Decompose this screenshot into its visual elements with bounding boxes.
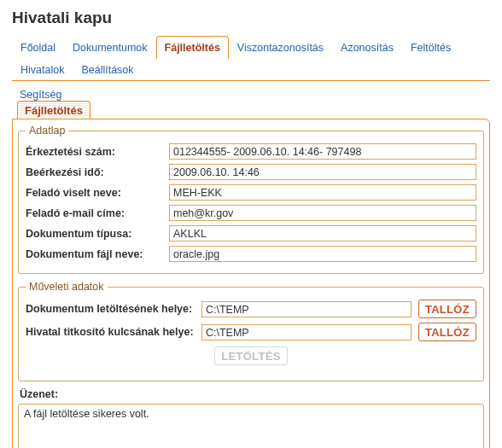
row-felado-email: Feladó e-mail címe: meh@kr.gov bbox=[26, 205, 476, 221]
tab-fajlletoltes[interactable]: Fájlletöltés bbox=[156, 36, 229, 59]
fieldset-muveleti: Műveleti adatok Dokumentum letöltésének … bbox=[18, 281, 484, 381]
value-felado-email: meh@kr.gov bbox=[169, 205, 476, 221]
tab-dokumentumok[interactable]: Dokumentumok bbox=[64, 36, 156, 58]
fieldset-adatlap: Adatlap Érkeztetési szám: 012344555- 200… bbox=[18, 125, 484, 274]
label-doc-path: Dokumentum letöltésének helye: bbox=[26, 303, 195, 315]
label-beerkezesi: Beérkezési idő: bbox=[26, 166, 162, 178]
tab-segitseg[interactable]: Segítség bbox=[12, 84, 69, 105]
row-dok-tipus: Dokumentum típusa: AKLKL bbox=[26, 225, 476, 241]
input-doc-path[interactable]: C:\TEMP bbox=[201, 301, 412, 317]
row-key-path: Hivatal titkosító kulcsának helye: C:\TE… bbox=[26, 323, 476, 341]
row-dok-fajl: Dokumentum fájl neve: oracle.jpg bbox=[26, 246, 476, 262]
label-key-path: Hivatal titkosító kulcsának helye: bbox=[26, 326, 195, 338]
tab-fooldal[interactable]: Főoldal bbox=[12, 36, 64, 58]
panel-body: Adatlap Érkeztetési szám: 012344555- 200… bbox=[12, 119, 490, 448]
tab-bar: Főoldal Dokumentumok Fájlletöltés Viszon… bbox=[12, 36, 490, 81]
value-dok-fajl: oracle.jpg bbox=[169, 246, 476, 262]
tab-azonositas[interactable]: Azonosítás bbox=[332, 36, 402, 58]
browse-doc-button[interactable]: TALLÓZ bbox=[418, 300, 476, 318]
value-dok-tipus: AKLKL bbox=[169, 225, 476, 241]
tab-feltoltes[interactable]: Feltöltés bbox=[402, 36, 459, 58]
row-doc-path: Dokumentum letöltésének helye: C:\TEMP T… bbox=[26, 300, 476, 318]
value-erkeztetesi: 012344555- 2009.06.10. 14:46- 797498 bbox=[169, 143, 476, 160]
input-key-path[interactable]: C:\TEMP bbox=[201, 324, 412, 340]
label-felado-email: Feladó e-mail címe: bbox=[26, 207, 162, 219]
label-dok-fajl: Dokumentum fájl neve: bbox=[26, 248, 162, 260]
tab-viszontazonositas[interactable]: Viszontazonosítás bbox=[229, 36, 332, 58]
legend-muveleti: Műveleti adatok bbox=[26, 281, 108, 293]
label-felado-nev: Feladó viselt neve: bbox=[26, 187, 162, 199]
download-button[interactable]: LETÖLTÉS bbox=[214, 346, 287, 365]
label-dok-tipus: Dokumentum típusa: bbox=[26, 228, 162, 240]
row-erkeztetesi: Érkeztetési szám: 012344555- 2009.06.10.… bbox=[26, 143, 476, 160]
row-beerkezesi: Beérkezési idő: 2009.06.10. 14:46 bbox=[26, 164, 476, 180]
value-felado-nev: MEH-EKK bbox=[169, 184, 476, 201]
label-erkeztetesi: Érkeztetési szám: bbox=[26, 146, 162, 158]
legend-adatlap: Adatlap bbox=[26, 125, 68, 137]
page-title: Hivatali kapu bbox=[12, 9, 490, 27]
browse-key-button[interactable]: TALLÓZ bbox=[418, 323, 476, 341]
tab-beallitasok[interactable]: Beállítások bbox=[73, 58, 142, 80]
message-box: A fájl letöltése sikeres volt. bbox=[18, 404, 484, 448]
message-label: Üzenet: bbox=[20, 388, 484, 400]
value-beerkezesi: 2009.06.10. 14:46 bbox=[169, 164, 476, 180]
row-felado-nev: Feladó viselt neve: MEH-EKK bbox=[26, 184, 476, 201]
tab-hivatalok[interactable]: Hivatalok bbox=[12, 58, 73, 80]
